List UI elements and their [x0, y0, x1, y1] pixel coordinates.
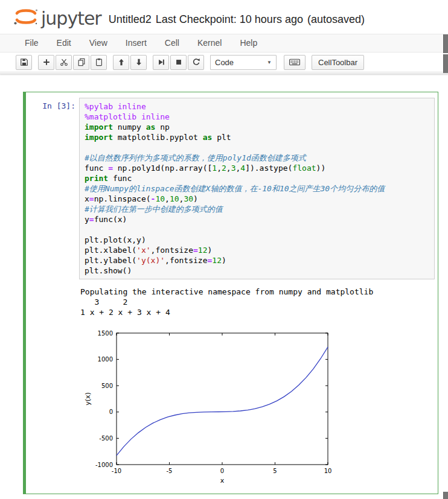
menu-cell[interactable]: Cell [157, 34, 187, 52]
svg-text:1500: 1500 [98, 330, 113, 337]
scrollbar-segment[interactable] [443, 54, 448, 73]
notebook-header: jupyter Untitled2 Last Checkpoint: 10 ho… [0, 0, 448, 34]
code-line: #计算我们在第一步中创建的多项式的值 [85, 204, 429, 214]
toolbar: Code ▼ CellToolbar [0, 52, 448, 72]
code-line: %matplotlib inline [85, 112, 429, 122]
floppy-icon [20, 58, 28, 66]
celltoolbar-button[interactable]: CellToolbar [312, 55, 364, 70]
output-text: Populating the interactive namespace fro… [79, 287, 435, 317]
code-line: print func [85, 173, 429, 183]
code-line: plt.plot(x,y) [85, 235, 429, 245]
code-editor[interactable]: %pylab inline%matplotlib inlineimport nu… [79, 98, 435, 279]
run-cell-button[interactable] [153, 55, 169, 70]
output-figure: -10-50510-1000-500050010001500xy(x) [82, 328, 435, 489]
arrow-down-icon [135, 58, 143, 66]
scissors-icon [60, 58, 68, 66]
code-line: import matplotlib.pyplot as plt [85, 132, 429, 142]
menu-insert[interactable]: Insert [118, 34, 155, 52]
svg-text:0: 0 [109, 408, 113, 415]
menu-help[interactable]: Help [232, 34, 265, 52]
code-line: plt.ylabel('y(x)',fontsize=12) [85, 255, 429, 265]
code-line: x=np.linspace(-10,10,30) [85, 194, 429, 204]
copy-cell-button[interactable] [73, 55, 89, 70]
jupyter-logo[interactable]: jupyter [12, 6, 101, 28]
svg-text:10: 10 [324, 468, 332, 474]
restart-icon [192, 58, 200, 66]
interrupt-kernel-button[interactable] [170, 55, 187, 70]
menubar: File Edit View Insert Cell Kernel Help [0, 34, 448, 52]
svg-text:-5: -5 [167, 468, 173, 474]
keyboard-icon [289, 59, 300, 66]
code-line: plt.xlabel('x',fontsize=12) [85, 245, 429, 255]
insert-cell-below-button[interactable] [38, 55, 54, 70]
code-line: %pylab inline [85, 101, 429, 112]
output-line: 1 x + 2 x + 3 x + 4 [80, 307, 435, 317]
code-line [85, 224, 429, 235]
scrollbar-segment[interactable] [443, 34, 448, 53]
cut-cell-button[interactable] [56, 55, 72, 70]
notebook-area: In [3]: %pylab inline%matplotlib inlinei… [0, 74, 448, 494]
paste-cell-button[interactable] [91, 55, 107, 70]
menu-view[interactable]: View [82, 34, 115, 52]
input-prompt: In [3]: [26, 95, 79, 110]
code-line: #以自然数序列作为多项式的系数，使用poly1d函数创建多项式 [85, 153, 429, 163]
svg-text:x: x [220, 477, 225, 485]
restart-kernel-button[interactable] [188, 55, 204, 70]
output-line: Populating the interactive namespace fro… [80, 287, 435, 297]
code-line: #使用Numpy的linspace函数创建X轴的数值，在-10和10之间产生30… [85, 183, 429, 194]
command-palette-button[interactable] [284, 55, 306, 70]
chevron-down-icon: ▼ [267, 60, 272, 65]
save-button[interactable] [16, 55, 32, 70]
svg-text:-500: -500 [99, 435, 113, 442]
notebook-title[interactable]: Untitled2 [109, 13, 152, 26]
svg-text:0: 0 [220, 468, 224, 474]
copy-icon [77, 58, 86, 66]
menu-file[interactable]: File [17, 34, 46, 52]
checkpoint-status: Last Checkpoint: 10 hours ago [156, 13, 303, 26]
svg-text:y(x): y(x) [84, 392, 92, 405]
move-cell-up-button[interactable] [113, 55, 129, 70]
svg-text:-1000: -1000 [95, 462, 113, 468]
menu-edit[interactable]: Edit [49, 34, 79, 52]
code-line [85, 142, 429, 153]
code-line: import numpy as np [85, 122, 429, 132]
scrollbar-segment[interactable] [443, 492, 448, 499]
arrow-up-icon [117, 58, 126, 66]
output-line: 3 2 [80, 297, 435, 307]
svg-text:5: 5 [273, 468, 277, 474]
autosave-status: (autosaved) [307, 13, 365, 26]
svg-text:1000: 1000 [98, 356, 113, 363]
code-cell[interactable]: In [3]: %pylab inline%matplotlib inlinei… [23, 92, 438, 494]
code-line: func = np.poly1d(np.array([1,2,3,4]).ast… [85, 163, 429, 173]
cell-type-dropdown[interactable]: Code ▼ [210, 55, 277, 70]
code-line: y=func(x) [85, 214, 429, 224]
paste-icon [95, 58, 103, 66]
matplotlib-plot: -10-50510-1000-500050010001500xy(x) [82, 328, 335, 486]
stop-icon [174, 58, 183, 66]
menu-kernel[interactable]: Kernel [190, 34, 229, 52]
cell-type-value: Code [215, 58, 234, 67]
move-cell-down-button[interactable] [130, 55, 147, 70]
svg-text:500: 500 [101, 383, 113, 389]
plus-icon [42, 58, 51, 66]
code-line: plt.show() [85, 265, 429, 276]
jupyter-wordmark: jupyter [41, 10, 101, 28]
step-forward-icon [157, 58, 165, 66]
jupyter-planet-icon [12, 6, 40, 28]
svg-text:-10: -10 [112, 468, 121, 474]
